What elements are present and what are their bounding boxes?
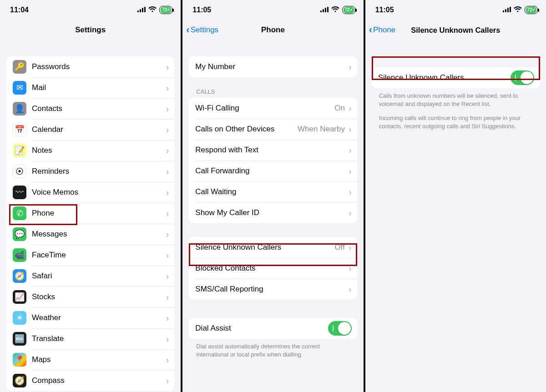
row-show-my-caller-id[interactable]: Show My Caller ID› [189,202,357,223]
settings-row-stocks[interactable]: 📈Stocks› [6,286,174,307]
weather-icon: ☀︎ [13,311,26,325]
row-label: Silence Unknown Callers [378,73,511,82]
group-dial-assist: Dial Assist [189,318,357,339]
screen-silence-unknown: 11:05 72⚡︎ ‹ Phone Silence Unknown Calle… [365,0,546,392]
chevron-right-icon: › [349,146,352,155]
group-identity: My Number › [189,56,357,77]
row-blocked-contacts[interactable]: Blocked Contacts› [189,258,357,279]
row-silence-toggle[interactable]: Silence Unknown Callers [372,67,540,88]
stocks-icon: 📈 [13,290,26,304]
row-dial-assist[interactable]: Dial Assist [189,318,357,339]
status-time: 11:04 [10,6,29,14]
settings-row-translate[interactable]: 🔤Translate› [6,328,174,349]
phone-settings-content[interactable]: My Number › CALLS Wi-Fi CallingOn›Calls … [182,40,363,392]
page-title: Settings [75,25,106,35]
calendar-icon: 📅 [13,123,26,136]
chevron-right-icon: › [349,285,352,294]
row-wi-fi-calling[interactable]: Wi-Fi CallingOn› [189,98,357,119]
page-title: Silence Unknown Callers [411,26,500,35]
row-call-forwarding[interactable]: Call Forwarding› [189,161,357,181]
svg-rect-4 [320,10,322,12]
contacts-icon: 👤 [13,102,26,116]
chevron-left-icon: ‹ [369,25,372,35]
svg-rect-3 [144,7,146,12]
voice-memos-icon: 〰 [13,186,26,199]
screen-settings: 11:04 72⚡︎ Settings 🔑Passwords›✉︎Mail›👤C… [0,0,181,392]
maps-icon: 📍 [13,353,26,367]
settings-row-facetime[interactable]: 📹FaceTime› [6,245,174,266]
chevron-right-icon: › [349,187,352,196]
chevron-right-icon: › [166,188,169,197]
row-silence-unknown-callers[interactable]: Silence Unknown CallersOff› [189,237,357,258]
group-footer: Calls from unknown numbers will be silen… [379,92,532,108]
row-label: Stocks [32,292,166,302]
group-silence: Silence Unknown Callers [372,67,540,88]
chevron-right-icon: › [349,62,352,71]
row-label: Compass [32,376,166,385]
row-value: On [334,104,345,113]
row-label: Weather [32,313,166,322]
back-button[interactable]: ‹ Phone [369,25,396,35]
status-icons: 72⚡︎ [503,6,538,14]
row-value: Off [335,243,345,252]
chevron-right-icon: › [349,243,352,252]
row-sms-call-reporting[interactable]: SMS/Call Reporting› [189,279,357,300]
settings-row-safari[interactable]: 🧭Safari› [6,266,174,286]
row-label: Voice Memos [32,188,166,197]
messages-icon: 💬 [13,227,26,241]
row-label: Notes [32,146,166,155]
back-button[interactable]: ‹ Settings [186,25,218,35]
row-my-number[interactable]: My Number › [189,56,357,77]
chevron-right-icon: › [349,208,352,217]
chevron-left-icon: ‹ [186,25,189,35]
back-label: Settings [191,25,218,35]
row-label: Wi-Fi Calling [195,104,334,113]
row-label: Safari [32,271,166,281]
group-footer: Incoming calls will continue to ring fro… [379,114,532,130]
settings-row-contacts[interactable]: 👤Contacts› [6,98,174,119]
settings-row-voice-memos[interactable]: 〰Voice Memos› [6,182,174,203]
cellular-icon [503,6,511,14]
chevron-right-icon: › [166,167,169,176]
settings-row-weather[interactable]: ☀︎Weather› [6,307,174,328]
status-bar: 11:04 72⚡︎ [0,0,181,20]
row-label: Translate [32,334,166,343]
chevron-right-icon: › [166,83,169,92]
settings-row-maps[interactable]: 📍Maps› [6,349,174,370]
chevron-right-icon: › [166,376,169,385]
row-label: Reminders [32,167,166,176]
settings-row-notes[interactable]: 📝Notes› [6,140,174,161]
toggle-silence-unknown[interactable] [511,70,534,85]
cellular-icon [320,6,329,14]
status-icons: 72⚡︎ [320,6,355,14]
chevron-right-icon: › [349,104,352,113]
row-label: My Number [195,62,349,71]
group-footer: Dial assist automatically determines the… [196,342,349,358]
chevron-right-icon: › [166,146,169,155]
status-bar: 11:05 72⚡︎ [182,0,363,20]
row-calls-on-other-devices[interactable]: Calls on Other DevicesWhen Nearby› [189,119,357,140]
chevron-right-icon: › [166,104,169,113]
row-label: Calls on Other Devices [195,125,298,134]
settings-row-mail[interactable]: ✉︎Mail› [6,77,174,98]
chevron-right-icon: › [166,334,169,343]
settings-list[interactable]: 🔑Passwords›✉︎Mail›👤Contacts›📅Calendar›📝N… [0,40,181,392]
chevron-right-icon: › [166,355,169,364]
chevron-right-icon: › [166,230,169,239]
key-icon: 🔑 [13,60,26,74]
settings-row-passwords[interactable]: 🔑Passwords› [6,56,174,77]
settings-row-phone[interactable]: ✆Phone› [6,203,174,224]
chevron-right-icon: › [349,264,352,273]
settings-row-reminders[interactable]: ⦿Reminders› [6,161,174,182]
settings-row-messages[interactable]: 💬Messages› [6,224,174,245]
settings-row-compass[interactable]: 🧭Compass› [6,370,174,391]
row-label: Call Waiting [195,187,349,196]
row-call-waiting[interactable]: Call Waiting› [189,181,357,202]
row-respond-with-text[interactable]: Respond with Text› [189,140,357,161]
svg-rect-11 [510,7,511,12]
row-label: FaceTime [32,251,166,260]
toggle-dial-assist[interactable] [328,321,352,336]
svg-rect-10 [507,8,509,12]
settings-row-calendar[interactable]: 📅Calendar› [6,119,174,140]
mail-icon: ✉︎ [13,81,26,95]
